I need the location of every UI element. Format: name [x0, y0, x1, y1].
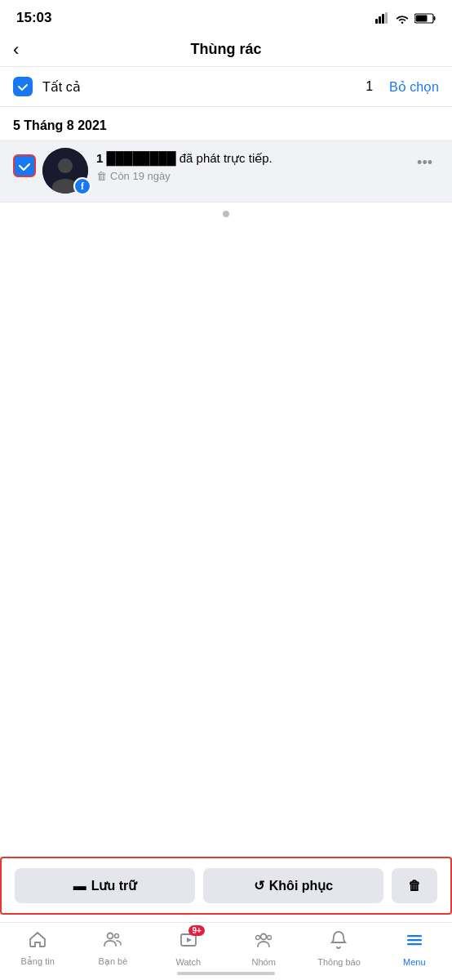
wifi-icon	[395, 12, 410, 24]
bell-icon	[329, 930, 348, 955]
svg-point-16	[268, 935, 272, 939]
tab-watch-label: Watch	[175, 957, 201, 967]
notification-meta: 🗑 Còn 19 ngày	[96, 170, 410, 182]
tab-thong-bao-label: Thông báo	[317, 957, 361, 967]
menu-icon	[405, 930, 424, 955]
tab-thong-bao[interactable]: Thông báo	[301, 930, 376, 967]
tab-bang-tin-label: Bảng tin	[21, 956, 55, 967]
friends-icon	[103, 929, 122, 954]
notification-content: 1 ████████ đã phát trực tiếp. 🗑 Còn 19 n…	[96, 148, 410, 182]
expiry-text: Còn 19 ngày	[110, 170, 171, 182]
svg-point-15	[256, 935, 260, 939]
watch-icon: 9+	[179, 930, 198, 955]
svg-point-10	[108, 933, 113, 939]
watch-badge: 9+	[188, 925, 204, 936]
svg-rect-17	[407, 935, 422, 937]
select-all-label: Tất cả	[42, 79, 366, 95]
restore-icon: ↺	[254, 878, 264, 893]
deselect-button[interactable]: Bỏ chọn	[389, 79, 439, 95]
trash-icon-small: 🗑	[96, 170, 107, 182]
tab-nhom[interactable]: Nhóm	[226, 930, 301, 967]
svg-point-11	[115, 934, 119, 938]
groups-icon	[254, 930, 273, 955]
archive-icon: ▬	[73, 879, 86, 893]
more-options-button[interactable]: •••	[410, 151, 439, 175]
restore-button[interactable]: ↺ Khôi phục	[203, 868, 383, 903]
select-all-checkbox[interactable]	[13, 77, 33, 96]
svg-marker-13	[187, 938, 192, 942]
notification-item: f 1 ████████ đã phát trực tiếp. 🗑 Còn 19…	[0, 140, 452, 203]
tab-ban-be-label: Bạn bè	[99, 956, 128, 967]
status-time: 15:03	[16, 10, 51, 26]
svg-rect-19	[407, 943, 422, 945]
svg-rect-2	[382, 14, 384, 24]
delete-icon: 🗑	[408, 879, 421, 893]
facebook-badge: f	[73, 177, 91, 195]
bottom-action-bar: ▬ Lưu trữ ↺ Khôi phục 🗑	[0, 857, 452, 915]
home-indicator	[177, 972, 275, 975]
archive-button[interactable]: ▬ Lưu trữ	[15, 868, 195, 903]
tab-nhom-label: Nhóm	[251, 957, 275, 967]
notification-username: 1 ████████	[96, 151, 179, 165]
archive-label: Lưu trữ	[91, 878, 137, 893]
svg-rect-1	[379, 16, 381, 24]
page-header: ‹ Thùng rác	[0, 33, 452, 67]
restore-label: Khôi phục	[269, 878, 333, 893]
tab-menu[interactable]: Menu	[377, 930, 452, 967]
svg-rect-18	[407, 939, 422, 941]
svg-rect-6	[416, 15, 428, 21]
tab-bang-tin[interactable]: Bảng tin	[0, 929, 75, 967]
scroll-indicator	[0, 203, 452, 225]
notification-action: đã phát trực tiếp.	[179, 151, 273, 165]
battery-icon	[414, 13, 436, 24]
home-icon	[28, 929, 47, 954]
status-icons	[375, 12, 436, 24]
svg-rect-0	[375, 19, 378, 24]
signal-icon	[375, 12, 390, 24]
tab-ban-be[interactable]: Bạn bè	[75, 929, 150, 967]
status-bar: 15:03	[0, 0, 452, 33]
item-checkbox[interactable]	[13, 154, 36, 177]
tab-watch[interactable]: 9+ Watch	[151, 930, 226, 967]
avatar-wrapper: f	[42, 148, 88, 194]
date-section-header: 5 Tháng 8 2021	[0, 107, 452, 140]
svg-rect-3	[385, 12, 388, 24]
tab-menu-label: Menu	[403, 957, 426, 967]
notification-text: 1 ████████ đã phát trực tiếp.	[96, 149, 410, 167]
delete-button[interactable]: 🗑	[392, 868, 437, 903]
select-count: 1	[366, 79, 373, 94]
back-button[interactable]: ‹	[13, 39, 19, 60]
svg-point-14	[261, 933, 267, 939]
svg-point-8	[58, 158, 73, 173]
page-title: Thùng rác	[190, 41, 261, 58]
svg-rect-5	[434, 16, 436, 20]
scroll-dot	[223, 211, 229, 217]
item-checkbox-wrapper[interactable]	[13, 154, 36, 177]
select-all-row[interactable]: Tất cả 1 Bỏ chọn	[0, 67, 452, 107]
